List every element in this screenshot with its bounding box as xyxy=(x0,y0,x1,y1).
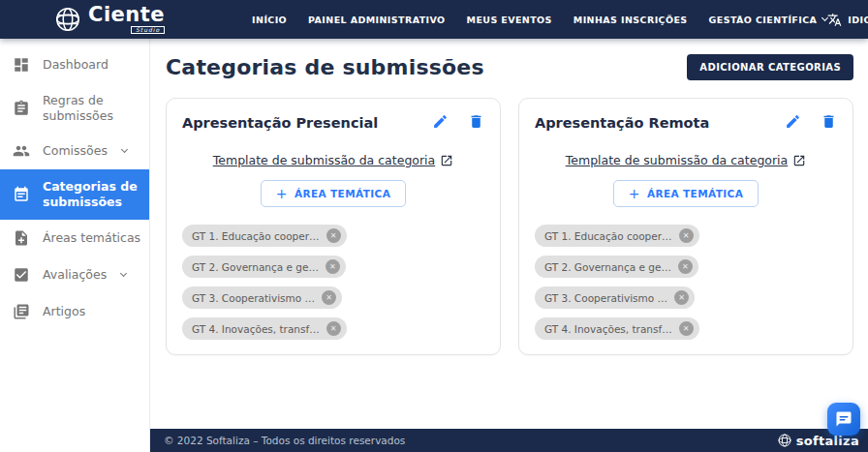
edit-button[interactable] xyxy=(432,113,449,133)
category-card: Apresentação Presencial Template de subm… xyxy=(166,98,501,355)
sidebar-item-comissoes[interactable]: Comissões xyxy=(0,133,149,169)
sidebar-item-categorias-de-submissoes[interactable]: Categorias de submissões xyxy=(0,169,149,219)
thematic-area-chip: GT 2. Governança e ge… ✕ xyxy=(535,256,698,278)
delete-button[interactable] xyxy=(468,113,484,133)
category-title: Apresentação Presencial xyxy=(182,115,413,131)
close-icon[interactable]: ✕ xyxy=(679,228,694,243)
globe-logo-icon xyxy=(53,5,82,34)
chevron-down-icon xyxy=(120,269,127,276)
thematic-area-chip: GT 2. Governança e ge… ✕ xyxy=(182,256,346,278)
app-logo[interactable]: Ciente Studio xyxy=(53,5,165,34)
main-nav: INÍCIO PAINEL ADMINISTRATIVO MEUS EVENTO… xyxy=(252,15,827,25)
footer: © 2022 Softaliza – Todos os direitos res… xyxy=(150,429,868,452)
plus-icon: + xyxy=(276,189,288,198)
brand-subtitle: Studio xyxy=(131,26,165,34)
chevron-down-icon xyxy=(121,146,128,153)
category-title: Apresentação Remota xyxy=(535,115,765,131)
delete-button[interactable] xyxy=(821,113,837,133)
close-icon[interactable]: ✕ xyxy=(679,321,694,336)
category-card: Apresentação Remota Template de submissã… xyxy=(518,98,853,355)
external-link-icon xyxy=(440,154,453,167)
sidebar-item-artigos[interactable]: Artigos xyxy=(0,293,149,330)
template-link[interactable]: Template de submissão da categoria xyxy=(566,153,788,167)
plus-icon: + xyxy=(629,189,640,198)
pencil-icon xyxy=(785,113,801,130)
close-icon[interactable]: ✕ xyxy=(674,290,689,305)
brand-name: Ciente xyxy=(88,5,165,25)
dashboard-icon xyxy=(13,56,30,74)
close-icon[interactable]: ✕ xyxy=(326,228,341,243)
close-icon[interactable]: ✕ xyxy=(326,321,341,336)
trash-icon xyxy=(468,113,484,130)
sidebar: Dashboard Regras de submissões Comissões… xyxy=(0,39,150,452)
translate-icon xyxy=(827,13,842,27)
clipboard-icon xyxy=(13,100,30,117)
thematic-area-chip: GT 4. Inovações, transf… ✕ xyxy=(535,317,699,340)
pencil-icon xyxy=(432,113,449,130)
trash-icon xyxy=(821,113,837,130)
thematic-area-chip: GT 1. Educação cooper… ✕ xyxy=(182,225,347,247)
people-icon xyxy=(13,142,30,160)
template-link[interactable]: Template de submissão da categoria xyxy=(213,153,435,167)
chat-bubble-icon xyxy=(835,410,852,428)
external-link-icon xyxy=(792,154,806,167)
sidebar-item-regras-de-submissoes[interactable]: Regras de submissões xyxy=(0,83,149,133)
copyright-text: © 2022 Softaliza – Todos os direitos res… xyxy=(164,435,405,446)
close-icon[interactable]: ✕ xyxy=(678,259,693,274)
event-note-icon xyxy=(13,186,30,203)
file-plus-icon xyxy=(13,229,30,247)
main-content: Categorias de submissões ADICIONAR CATEG… xyxy=(150,39,868,429)
nav-minhas-inscricoes[interactable]: MINHAS INSCRIÇÕES xyxy=(574,15,688,25)
globe-icon xyxy=(777,433,792,448)
close-icon[interactable]: ✕ xyxy=(322,290,336,305)
add-thematic-area-button[interactable]: + ÁREA TEMÁTICA xyxy=(261,180,407,207)
page-title: Categorias de submissões xyxy=(166,55,484,79)
nav-gestao-cientifica[interactable]: GESTÃO CIENTÍFICA xyxy=(709,15,828,25)
thematic-area-chip: GT 3. Cooperativismo … ✕ xyxy=(182,286,342,309)
nav-inicio[interactable]: INÍCIO xyxy=(252,15,287,25)
thematic-area-chip: GT 4. Inovações, transf… ✕ xyxy=(182,317,347,340)
chat-button[interactable] xyxy=(827,403,860,436)
language-menu[interactable]: IDIOMA xyxy=(827,13,868,27)
check-square-icon xyxy=(13,266,30,284)
close-icon[interactable]: ✕ xyxy=(326,259,340,274)
add-categories-button[interactable]: ADICIONAR CATEGORIAS xyxy=(687,54,853,80)
sidebar-item-avaliacoes[interactable]: Avaliações xyxy=(0,256,149,293)
thematic-area-chip: GT 1. Educação cooper… ✕ xyxy=(535,225,699,247)
nav-meus-eventos[interactable]: MEUS EVENTOS xyxy=(467,15,552,25)
sidebar-item-areas-tematicas[interactable]: Áreas temáticas xyxy=(0,220,149,256)
sidebar-item-dashboard[interactable]: Dashboard xyxy=(0,46,149,83)
thematic-area-chip: GT 3. Cooperativismo … ✕ xyxy=(535,286,695,309)
articles-icon xyxy=(13,303,30,320)
add-thematic-area-button[interactable]: + ÁREA TEMÁTICA xyxy=(613,180,760,207)
edit-button[interactable] xyxy=(785,113,801,133)
top-header: Ciente Studio INÍCIO PAINEL ADMINISTRATI… xyxy=(0,0,868,39)
nav-painel-administrativo[interactable]: PAINEL ADMINISTRATIVO xyxy=(308,15,445,25)
